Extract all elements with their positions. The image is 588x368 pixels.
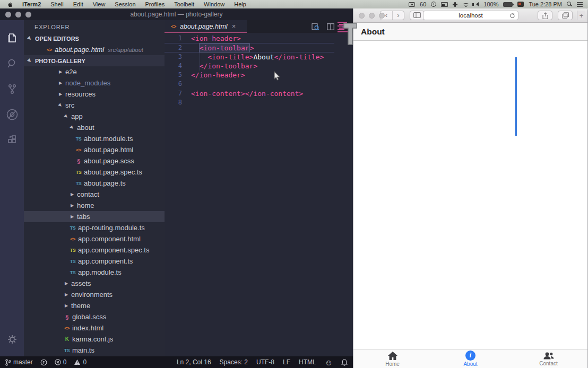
time-machine-icon[interactable] bbox=[431, 2, 436, 7]
tree-file-app.component.spec.ts[interactable]: TSapp.component.spec.ts bbox=[24, 244, 165, 256]
zoom-window-button[interactable] bbox=[379, 13, 385, 19]
new-tab-button[interactable]: + bbox=[577, 11, 585, 20]
debug-disabled-icon[interactable] bbox=[0, 102, 24, 127]
tree-file-karma.conf.js[interactable]: Kkarma.conf.js bbox=[24, 334, 165, 345]
warning-count[interactable]: 0 bbox=[74, 358, 87, 366]
tree-file-app.component.ts[interactable]: TSapp.component.ts bbox=[24, 256, 165, 267]
code-line-2[interactable]: 2 <ion-toolbar> bbox=[165, 43, 334, 52]
tree-file-app.module.ts[interactable]: TSapp.module.ts bbox=[24, 267, 165, 278]
notification-center-icon[interactable] bbox=[577, 2, 583, 7]
wifi-icon[interactable] bbox=[462, 2, 469, 7]
tree-file-app-routing.module.ts[interactable]: TSapp-routing.module.ts bbox=[24, 222, 165, 233]
cursor-position[interactable]: Ln 2, Col 16 bbox=[177, 358, 211, 366]
tab-home[interactable]: Home bbox=[353, 349, 431, 368]
code-line-7[interactable]: 7<ion-content></ion-content> bbox=[165, 89, 353, 98]
menu-clock[interactable]: Tue 2:28 PM bbox=[529, 1, 562, 7]
feedback-smiley-icon[interactable]: ☺ bbox=[325, 358, 333, 367]
tree-file-about.page.ts[interactable]: TSabout.page.ts bbox=[24, 178, 165, 189]
menu-toolbelt[interactable]: Toolbelt bbox=[169, 1, 199, 7]
menu-help[interactable]: Help bbox=[229, 1, 251, 7]
menu-session[interactable]: Session bbox=[110, 1, 140, 7]
minimize-window-button[interactable] bbox=[369, 13, 375, 19]
code-line-5[interactable]: 5</ion-header> bbox=[165, 71, 353, 80]
tree-folder-about[interactable]: ▶about bbox=[24, 122, 165, 133]
tree-file-main.ts[interactable]: TSmain.ts bbox=[24, 345, 165, 356]
menu-shell[interactable]: Shell bbox=[46, 1, 68, 7]
notifications-bell-icon[interactable] bbox=[341, 359, 348, 366]
apple-logo-icon[interactable] bbox=[7, 2, 13, 7]
explorer-icon[interactable] bbox=[0, 25, 24, 51]
close-window-button[interactable] bbox=[359, 13, 365, 19]
zoom-window-button[interactable] bbox=[25, 12, 31, 17]
glasses-icon[interactable]: 60 bbox=[420, 1, 426, 7]
safari-toolbar[interactable]: ‹ › localhost + bbox=[353, 8, 587, 23]
open-editors-header[interactable]: ▶ OPEN EDITORS bbox=[24, 33, 165, 44]
tree-file-index.html[interactable]: <>index.html bbox=[24, 322, 165, 334]
tree-file-about.page.html[interactable]: <>about.page.html bbox=[24, 144, 165, 155]
settings-gear-icon[interactable] bbox=[0, 327, 24, 352]
spotlight-icon[interactable] bbox=[567, 2, 572, 7]
git-branch-indicator[interactable]: master bbox=[5, 358, 33, 366]
tree-folder-src[interactable]: ▶src bbox=[24, 100, 165, 111]
tree-file-app.component.html[interactable]: <>app.component.html bbox=[24, 233, 165, 244]
code-line-3[interactable]: 3 <ion-title>About</ion-title> bbox=[165, 52, 353, 62]
tab-about-page-html[interactable]: <> about.page.html × bbox=[165, 20, 247, 33]
menu-edit[interactable]: Edit bbox=[68, 1, 88, 7]
tree-file-about.page.scss[interactable]: §about.page.scss bbox=[24, 155, 165, 167]
language-mode[interactable]: HTML bbox=[299, 358, 316, 366]
indentation-setting[interactable]: Spaces: 2 bbox=[220, 358, 248, 366]
tree-folder-e2e[interactable]: ▶e2e bbox=[24, 66, 165, 77]
encoding-setting[interactable]: UTF-8 bbox=[256, 358, 274, 366]
tree-folder-app[interactable]: ▶app bbox=[24, 111, 165, 122]
fan-icon[interactable] bbox=[454, 2, 456, 7]
extensions-icon[interactable] bbox=[0, 127, 24, 153]
minimize-window-button[interactable] bbox=[15, 12, 21, 17]
volume-icon[interactable] bbox=[474, 2, 479, 6]
tree-file-global.scss[interactable]: §global.scss bbox=[24, 311, 165, 322]
close-tab-icon[interactable]: × bbox=[232, 22, 236, 30]
tab-about[interactable]: i About bbox=[431, 349, 509, 368]
code-area[interactable]: 1<ion-header>2 <ion-toolbar>3 <ion-title… bbox=[165, 33, 353, 107]
tree-folder-environments[interactable]: ▶environments bbox=[24, 289, 165, 300]
search-icon[interactable] bbox=[0, 51, 24, 76]
project-section-header[interactable]: ▶ PHOTO-GALLERY bbox=[24, 55, 165, 66]
tree-file-about.module.ts[interactable]: TSabout.module.ts bbox=[24, 133, 165, 144]
tree-folder-assets[interactable]: ▶assets bbox=[24, 278, 165, 289]
tree-folder-theme[interactable]: ▶theme bbox=[24, 300, 165, 311]
sidebar-button[interactable] bbox=[410, 11, 425, 20]
tree-folder-tabs[interactable]: ▶tabs bbox=[24, 211, 165, 222]
menu-iterm2[interactable]: iTerm2 bbox=[18, 1, 46, 7]
sync-button[interactable] bbox=[40, 359, 47, 366]
code-line-8[interactable]: 8 bbox=[165, 98, 353, 107]
tree-file-about.page.spec.ts[interactable]: TSabout.page.spec.ts bbox=[24, 167, 165, 178]
menu-window[interactable]: Window bbox=[199, 1, 229, 7]
tab-contact[interactable]: Contact bbox=[509, 349, 587, 368]
source-control-icon[interactable] bbox=[0, 76, 24, 102]
eol-setting[interactable]: LF bbox=[283, 358, 290, 366]
code-line-1[interactable]: 1<ion-header> bbox=[165, 34, 353, 43]
address-bar[interactable]: localhost bbox=[423, 11, 518, 20]
open-editor-item[interactable]: <> about.page.html src/app/about bbox=[24, 44, 165, 55]
code-line-4[interactable]: 4 </ion-toolbar> bbox=[165, 62, 353, 71]
tree-folder-contact[interactable]: ▶contact bbox=[24, 189, 165, 200]
tree-folder-resources[interactable]: ▶resources bbox=[24, 89, 165, 100]
tree-folder-node_modules[interactable]: ▶node_modules bbox=[24, 77, 165, 89]
app-status-icon[interactable] bbox=[517, 2, 524, 7]
error-count[interactable]: 0 bbox=[55, 358, 67, 366]
open-preview-icon[interactable] bbox=[312, 23, 319, 31]
share-button[interactable] bbox=[538, 11, 552, 20]
tabs-overview-button[interactable] bbox=[558, 11, 573, 20]
battery-icon[interactable] bbox=[503, 2, 513, 7]
code-line-6[interactable]: 6 bbox=[165, 80, 353, 89]
menu-profiles[interactable]: Profiles bbox=[141, 1, 170, 7]
tree-folder-home[interactable]: ▶home bbox=[24, 200, 165, 211]
vscode-title-bar[interactable]: about.page.html — photo-gallery bbox=[0, 8, 353, 20]
screen-record-icon[interactable] bbox=[409, 2, 415, 7]
reload-icon[interactable] bbox=[509, 13, 515, 20]
ion-content bbox=[353, 41, 587, 349]
display-icon[interactable] bbox=[441, 2, 448, 7]
close-window-button[interactable] bbox=[5, 12, 11, 17]
forward-button[interactable]: › bbox=[392, 11, 404, 20]
split-editor-icon[interactable] bbox=[327, 23, 334, 30]
menu-view[interactable]: View bbox=[88, 1, 110, 7]
